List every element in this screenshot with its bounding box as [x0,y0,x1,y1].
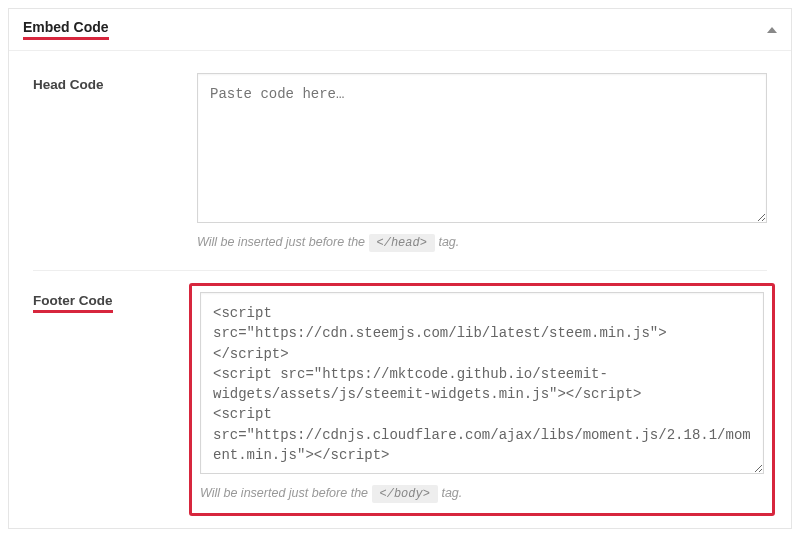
section-divider [33,270,767,271]
embed-code-metabox: Embed Code Head Code Will be inserted ju… [8,8,792,529]
hint-prefix: Will be inserted just before the [197,235,365,249]
metabox-title: Embed Code [23,19,109,40]
metabox-body: Head Code Will be inserted just before t… [9,51,791,528]
head-tag-chip: </head> [369,234,435,252]
metabox-header[interactable]: Embed Code [9,9,791,51]
hint-suffix: tag. [441,486,462,500]
head-code-textarea[interactable] [197,73,767,223]
footer-code-textarea[interactable] [200,292,764,474]
collapse-toggle-icon [767,27,777,33]
footer-code-row: Footer Code Will be inserted just before… [33,289,767,506]
hint-suffix: tag. [438,235,459,249]
footer-code-label: Footer Code [33,293,113,313]
head-code-label: Head Code [33,77,104,92]
footer-highlight-annotation: Will be inserted just before the </body>… [189,283,775,516]
hint-prefix: Will be inserted just before the [200,486,368,500]
body-tag-chip: </body> [372,485,438,503]
head-code-hint: Will be inserted just before the </head>… [197,234,767,252]
head-code-row: Head Code Will be inserted just before t… [33,73,767,252]
footer-code-hint: Will be inserted just before the </body>… [200,485,764,503]
